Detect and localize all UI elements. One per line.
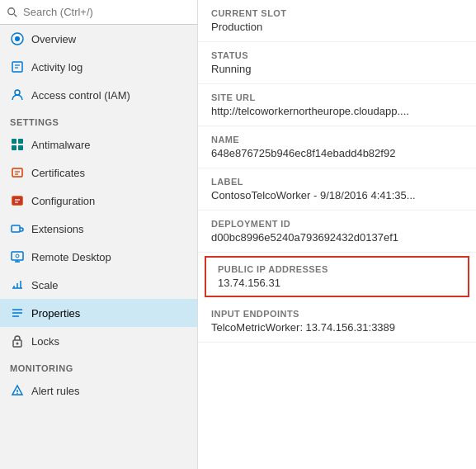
property-name: NAME 648e876725b946ec8f14ebadd4b82f92 [198,126,476,168]
overview-icon [10,31,25,46]
prop-value-name: 648e876725b946ec8f14ebadd4b82f92 [211,147,463,159]
search-icon [7,7,18,18]
sidebar-item-label: Access control (IAM) [31,89,130,102]
scale-icon [10,277,25,292]
svg-point-22 [16,254,19,258]
prop-label-site-url: SITE URL [211,92,463,102]
prop-value-public-ip: 13.74.156.31 [218,277,456,289]
sidebar-item-antimalware[interactable]: Antimalware [0,130,197,159]
remote-desktop-icon [10,249,25,264]
sidebar-item-locks[interactable]: Locks [0,327,197,355]
sidebar-item-access-control[interactable]: Access control (IAM) [0,81,197,109]
main-content: CURRENT SLOT Production STATUS Running S… [198,0,476,469]
svg-point-7 [15,90,20,95]
svg-rect-4 [12,62,22,72]
prop-label-current-slot: CURRENT SLOT [211,8,463,18]
prop-value-status: Running [211,63,463,75]
sidebar-item-certificates[interactable]: Certificates [0,159,197,187]
svg-rect-9 [18,139,23,144]
svg-point-3 [15,36,20,41]
sidebar: Overview Activity log Access control (I [0,0,198,469]
locks-icon [10,334,25,348]
sidebar-item-scale[interactable]: Scale [0,271,197,299]
prop-label-name: NAME [211,135,463,144]
sidebar-item-label: Remote Desktop [31,251,111,263]
monitoring-section-label: MONITORING [0,355,197,377]
prop-label-status: STATUS [211,50,463,60]
prop-label-deployment-id: DEPLOYMENT ID [211,219,463,229]
sidebar-item-label: Locks [31,335,59,348]
svg-point-0 [8,7,15,14]
sidebar-item-remote-desktop[interactable]: Remote Desktop [0,243,197,271]
sidebar-item-extensions[interactable]: Extensions [0,215,197,243]
svg-rect-12 [12,168,22,177]
sidebar-item-activity-log[interactable]: Activity log [0,53,197,81]
sidebar-item-overview[interactable]: Overview [0,25,197,53]
prop-value-deployment-id: d00bc8996e5240a793692432d0137ef1 [211,231,463,244]
extensions-icon [10,221,25,236]
sidebar-item-configuration[interactable]: Configuration [0,187,197,215]
sidebar-item-label: Extensions [31,223,84,235]
property-public-ip: PUBLIC IP ADDRESSES 13.74.156.31 [205,256,469,297]
svg-point-31 [16,343,19,345]
prop-label-input-endpoints: INPUT ENDPOINTS [211,309,463,319]
property-status: STATUS Running [198,42,476,84]
svg-rect-19 [12,252,23,260]
configuration-icon [10,193,25,208]
sidebar-item-label: Configuration [31,195,95,207]
property-site-url: SITE URL http://telcoworkernortheurope.c… [198,84,476,126]
svg-rect-18 [12,225,20,232]
certificates-icon [10,165,25,180]
properties-icon [10,306,25,320]
prop-value-site-url: http://telcoworkernortheurope.cloudapp..… [211,105,463,117]
sidebar-item-label: Scale [31,279,59,291]
sidebar-item-properties[interactable]: Properties [0,299,197,327]
sidebar-item-alert-rules[interactable]: Alert rules [0,377,197,405]
prop-label-label: LABEL [211,177,463,187]
svg-rect-8 [12,139,16,144]
sidebar-item-label: Overview [31,33,76,45]
prop-value-input-endpoints: TelcoMetricWorker: 13.74.156.31:3389 [211,321,463,334]
prop-label-public-ip: PUBLIC IP ADDRESSES [218,264,456,274]
svg-rect-10 [12,145,16,150]
property-label: LABEL ContosoTelcoWorker - 9/18/2016 4:4… [198,168,476,211]
settings-section-label: SETTINGS [0,109,197,130]
search-bar [0,0,197,25]
antimalware-icon [10,137,25,152]
sidebar-item-label: Certificates [31,167,85,179]
sidebar-item-label: Alert rules [31,385,80,397]
sidebar-item-label: Properties [31,307,80,320]
sidebar-item-label: Antimalware [31,139,91,151]
property-deployment-id: DEPLOYMENT ID d00bc8996e5240a793692432d0… [198,211,476,253]
property-input-endpoints: INPUT ENDPOINTS TelcoMetricWorker: 13.74… [198,301,476,343]
top-nav: Overview Activity log Access control (I [0,25,197,109]
svg-point-33 [16,393,18,395]
prop-value-current-slot: Production [211,21,463,33]
svg-rect-11 [18,145,23,150]
prop-value-label: ContosoTelcoWorker - 9/18/2016 4:41:35..… [211,189,463,201]
activity-log-icon [10,59,25,74]
access-control-icon [10,88,25,102]
sidebar-item-label: Activity log [31,61,82,73]
property-current-slot: CURRENT SLOT Production [198,0,476,42]
alert-rules-icon [10,383,25,398]
svg-rect-15 [12,197,22,205]
svg-line-1 [14,14,16,17]
search-input[interactable] [23,6,191,18]
